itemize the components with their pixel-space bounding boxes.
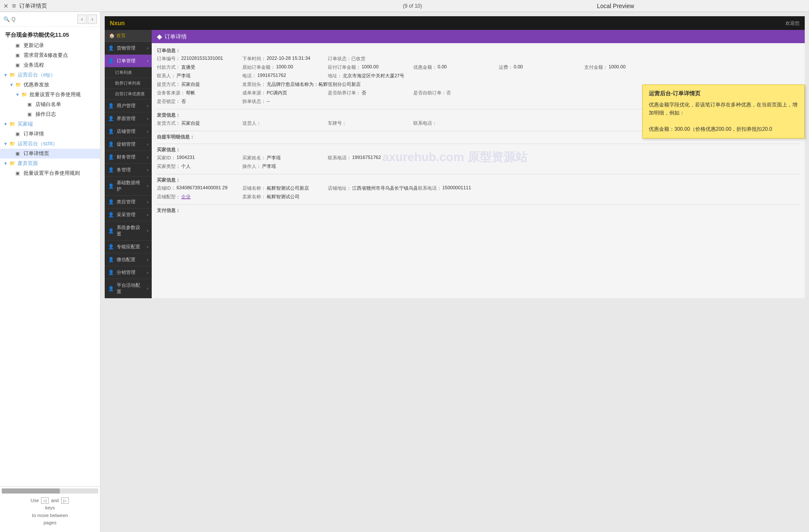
buyer-name-cell: 买家姓名： 严李瑶 (242, 155, 328, 161)
sidebar-item-batch-set-deprecated[interactable]: ▣ 批量设置平台券使用规则 (0, 168, 100, 178)
preview-nav-sub-self-order[interactable]: 自营订单优惠查 (105, 89, 152, 100)
preview-body: 🏠 首页 👤 货物管理 › 👤 订单管理 › (105, 30, 805, 298)
sidebar-tree: 平台现金券功能优化11.05 ▣ 更新记录 ▣ 需求背景&修改要点 ▣ 业务流程… (0, 27, 100, 486)
preview-nav-item-basedata[interactable]: 👤 基础数据维护 › (105, 176, 152, 196)
right-key-icon: ▷ (61, 497, 69, 504)
auto-order-cell: 是否自助订单：否 (413, 90, 499, 96)
special-icon: 👤 (108, 244, 114, 250)
preview-nav-item-category[interactable]: 👤 类目管理 › (105, 196, 152, 209)
tooltip-title: 运营后台-订单详情页 (649, 89, 798, 98)
driver-cell: 送货人： (242, 120, 328, 126)
left-sidebar: 🔍 ‹ › 平台现金券功能优化11.05 ▣ 更新记录 ▣ 需求背景&修改要点 (0, 12, 100, 532)
top-bar: ✕ ≡ 订单详情页 (9 of 10) Local Preview (0, 0, 809, 12)
preview-nav-item-purchase[interactable]: 👤 采采管理 › (105, 209, 152, 221)
order-info-row2: 付款方式： 直播受 原始订单金额： 1000.00 应付订单金额： (157, 64, 800, 71)
preview-nav-item-distribution[interactable]: 👤 分销管理 › (105, 266, 152, 279)
search-input[interactable] (12, 16, 76, 22)
sidebar-bottom: Use ◁ and ▷ keys to move between pages (0, 486, 100, 532)
search-icon: 🔍 (3, 16, 10, 22)
shop-address-cell: 店铺地址： 江西省赣州市寻乌县长宁镇乌县 (328, 185, 418, 191)
left-key-icon: ◁ (41, 497, 49, 504)
preview-nav-item-service[interactable]: 👤 务管理 › (105, 164, 152, 176)
discount-cell: 优惠金额： 0.00 (413, 64, 499, 71)
order-info-title: 订单信息： (157, 47, 800, 54)
shop-info-section: 买家信息： 店铺ID： 63408673914400091 29 店铺名称： 柘… (157, 177, 800, 201)
header-bullet: ◆ (157, 32, 162, 41)
preview-nav-item-sysparams[interactable]: 👤 系统参数设置 › (105, 221, 152, 241)
sidebar-item-requirements[interactable]: ▣ 需求背景&修改要点 (0, 50, 100, 60)
shop-icon: 👤 (108, 129, 114, 134)
platform-icon: 👤 (108, 286, 114, 291)
close-button[interactable]: ✕ (3, 3, 9, 9)
order-info-row3: 联系人： 严李瑶 电话： 19916751762 地址： (157, 73, 800, 80)
sidebar-item-order-detail-page[interactable]: ▣ 订单详情页 (0, 149, 100, 159)
address-cell: 地址： 北京市海淀区中关村大厦27号 (328, 73, 413, 79)
sidebar-item-op-log[interactable]: ▣ 操作日志 (0, 109, 100, 119)
nav-buttons: ‹ › (77, 15, 97, 24)
tooltip-content1: 优惠金额字段优化，若该笔订单存在多种优惠，在当前页面上，增加明细，例如： (649, 101, 798, 117)
preview-nav-sub-assist-order[interactable]: 助养订单列表 (105, 78, 152, 89)
preview-nav-item-ui[interactable]: 👤 界面管理 › (105, 112, 152, 125)
sidebar-item-update-log[interactable]: ▣ 更新记录 (0, 41, 100, 50)
tooltip-overlay: 运营后台-订单详情页 优惠金额字段优化，若该笔订单存在多种优惠，在当前页面上，增… (642, 85, 805, 138)
biz-agent-cell: 业务客来源： 帮帐 (157, 90, 242, 96)
ui-icon: 👤 (108, 116, 114, 121)
horizontal-scrollbar[interactable] (2, 488, 98, 494)
preview-main: ◆ 订单详情 订单信息： 订单编号： 2210281531331001 (152, 30, 805, 298)
is-lock-cell: 是否锁定： 否 (157, 98, 242, 105)
is-dong-order-cell: 是否助养订单： 否 (328, 90, 413, 96)
combine-cell: 拆单状态： -- (242, 98, 328, 105)
preview-main-header: ◆ 订单详情 (152, 30, 805, 43)
buyer-info-section: 买家信息： 买家ID： 1904231 买家姓名： 严李瑶 (157, 147, 800, 170)
next-page-button[interactable]: › (88, 15, 97, 24)
sidebar-item-ops-etp[interactable]: ▼ 📁 运营后台（etp） (0, 70, 100, 80)
order-no-cell: 订单编号： 2210281531331001 (157, 56, 242, 62)
delivery-method-cell: 提货方式： 买家自提 (157, 81, 242, 88)
preview-nav-item-platform[interactable]: 👤 平台活动配置 › (105, 279, 152, 298)
phone-cell: 电话： 19916751762 (242, 73, 328, 79)
preview-nav-item-finance[interactable]: 👤 财务管理 › (105, 151, 152, 164)
operator-cell: 操作人： 严李瑶 (242, 163, 328, 170)
actual-amount-cell: 应付订单金额： 1000.00 (328, 64, 413, 71)
shop-id-cell: 店铺ID： 63408673914400091 29 (157, 185, 242, 191)
buyer-info-title: 买家信息： (157, 147, 800, 153)
sidebar-item-business-flow[interactable]: ▣ 业务流程 (0, 60, 100, 70)
preview-nav-item-orders[interactable]: 👤 订单管理 › (105, 55, 152, 68)
status-cell: 订单状态：已收货 (328, 56, 413, 62)
sidebar-item-order-detail-buyer[interactable]: ▣ 订单详情 (0, 129, 100, 139)
promo-icon: 👤 (108, 141, 114, 147)
menu-icon: ≡ (12, 2, 16, 10)
preview-nav-sub-order-list[interactable]: 订单列表 (105, 68, 152, 78)
scrollbar-thumb (2, 488, 60, 494)
purchase-icon: 👤 (108, 212, 114, 218)
sidebar-item-buyer-end[interactable]: ▼ 📁 买家端 (0, 119, 100, 129)
preview-nav-item-users[interactable]: 👤 用户管理 › (105, 100, 152, 112)
pc-channel-cell: 成单来源： PC调内页 (242, 90, 328, 96)
preview-nav-item-promo[interactable]: 👤 促销管理 › (105, 138, 152, 151)
preview-topbar: Nxun 欢迎您 (105, 16, 805, 30)
shop-name-cell: 店铺名称： 柘辉智测试公司新店 (242, 185, 328, 191)
sidebar-item-coupon-distribute[interactable]: ▼ 📁 优惠券发放 (0, 80, 100, 90)
shop-info-title: 买家信息： (157, 177, 800, 183)
buyer-type-cell: 买家类型： 个人 (157, 163, 242, 170)
sidebar-item-deprecated[interactable]: ▼ 📁 废弃页面 (0, 159, 100, 168)
delivery-phone-cell: 联系电话： (413, 120, 499, 126)
main-layout: 🔍 ‹ › 平台现金券功能优化11.05 ▣ 更新记录 ▣ 需求背景&修改要点 (0, 12, 809, 532)
sidebar-item-shop-whitelist[interactable]: ▣ 店铺白名单 (0, 100, 100, 109)
preview-nav-item-shop[interactable]: 👤 店铺管理 › (105, 125, 152, 138)
divider5 (157, 204, 800, 205)
preview-nav-item-wechat[interactable]: 👤 微信配置 › (105, 253, 152, 266)
prev-page-button[interactable]: ‹ (77, 15, 87, 24)
preview-nav: 🏠 首页 👤 货物管理 › 👤 订单管理 › (105, 30, 152, 298)
sidebar-item-ops-scht[interactable]: ▼ 📁 运营后台（scht） (0, 139, 100, 149)
sidebar-item-batch-set[interactable]: ▼ 📁 批量设置平台券使用规 (0, 90, 100, 100)
users-icon: 👤 (108, 103, 114, 109)
freight-cell: 运费： 0.00 (499, 64, 584, 71)
preview-frame: Nxun 欢迎您 🏠 首页 👤 货物管理 (105, 16, 805, 298)
preview-nav-item-goods[interactable]: 👤 货物管理 › (105, 42, 152, 55)
distribution-icon: 👤 (108, 270, 114, 275)
shop-type-link[interactable]: 企业 (181, 194, 191, 200)
delivery-method2-cell: 发货方式： 买家自提 (157, 120, 242, 126)
preview-nav-item-special[interactable]: 👤 专能应配置 › (105, 241, 152, 253)
vehicle-cell: 车牌号： (328, 120, 413, 126)
